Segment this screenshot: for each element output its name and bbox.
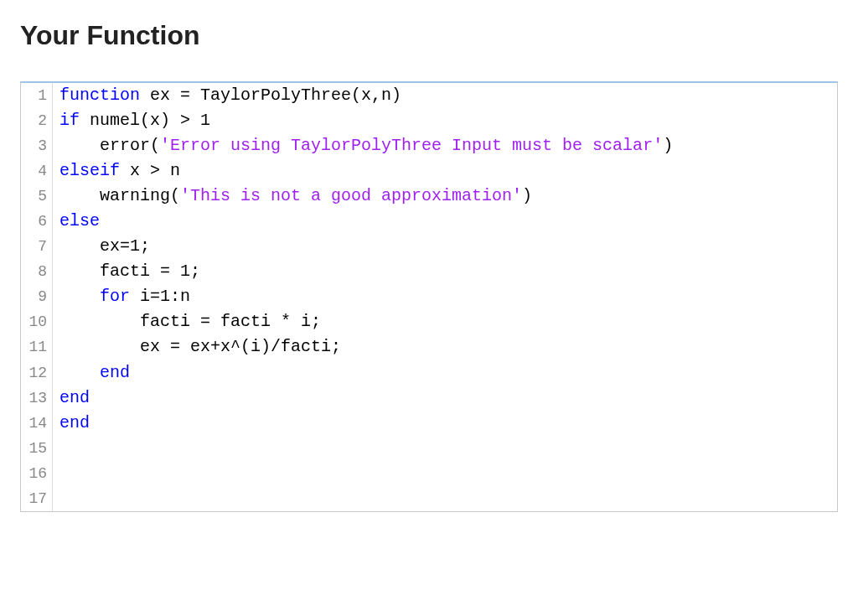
code-line: 3 error('Error using TaylorPolyThree Inp… — [21, 133, 837, 158]
line-number: 16 — [21, 461, 53, 486]
code-content — [53, 486, 70, 511]
token-text: x > n — [120, 161, 180, 180]
line-number: 12 — [21, 360, 53, 386]
token-text — [59, 287, 100, 306]
token-text: facti = 1; — [59, 261, 200, 281]
line-number: 13 — [21, 386, 53, 411]
code-content: ex=1; — [53, 234, 150, 259]
code-line: 17 — [21, 486, 837, 511]
token-text: i=1:n — [130, 287, 190, 306]
token-text: ex = ex+x^(i)/facti; — [59, 337, 341, 356]
token-text: warning( — [59, 186, 180, 205]
line-number: 17 — [21, 486, 53, 511]
token-keyword: elseif — [59, 161, 120, 180]
token-string: 'Error using TaylorPolyThree Input must … — [160, 136, 663, 155]
code-content: warning('This is not a good approximatio… — [53, 184, 532, 209]
token-text — [59, 438, 70, 458]
line-number: 2 — [21, 108, 53, 133]
code-line: 7 ex=1; — [21, 234, 837, 259]
token-text: ex = TaylorPolyThree(x,n) — [140, 85, 401, 105]
line-number: 9 — [21, 284, 53, 309]
line-number: 14 — [21, 411, 53, 436]
code-content: end — [53, 411, 90, 436]
token-keyword: else — [59, 211, 100, 230]
token-string: 'This is not a good approximation' — [180, 186, 522, 205]
token-keyword: end — [100, 363, 130, 382]
token-text: ) — [663, 136, 673, 155]
code-line: 4elseif x > n — [21, 158, 837, 184]
code-content — [53, 461, 70, 486]
code-line: 15 — [21, 436, 837, 461]
code-line: 12 end — [21, 360, 837, 386]
token-text — [59, 489, 70, 508]
token-keyword: end — [59, 388, 90, 407]
token-text — [59, 463, 70, 483]
code-content: end — [53, 386, 90, 411]
token-keyword: for — [100, 287, 130, 306]
code-line: 2if numel(x) > 1 — [21, 108, 837, 133]
line-number: 10 — [21, 309, 53, 334]
line-number: 4 — [21, 158, 53, 184]
token-text: numel(x) > 1 — [80, 111, 210, 130]
code-content: function ex = TaylorPolyThree(x,n) — [53, 83, 401, 108]
code-line: 14end — [21, 411, 837, 436]
code-content: facti = 1; — [53, 259, 200, 284]
code-content: elseif x > n — [53, 158, 180, 184]
code-line: 16 — [21, 461, 837, 486]
token-text: ex=1; — [59, 236, 150, 256]
code-content: end — [53, 360, 130, 386]
token-keyword: end — [59, 413, 90, 432]
code-content: else — [53, 209, 100, 234]
code-line: 11 ex = ex+x^(i)/facti; — [21, 334, 837, 360]
code-line: 9 for i=1:n — [21, 284, 837, 309]
token-keyword: function — [59, 85, 140, 105]
line-number: 6 — [21, 209, 53, 234]
code-content: for i=1:n — [53, 284, 190, 309]
token-text: facti = facti * i; — [59, 312, 321, 331]
code-line: 6else — [21, 209, 837, 234]
code-line: 10 facti = facti * i; — [21, 309, 837, 334]
token-text: ) — [522, 186, 532, 205]
code-content: error('Error using TaylorPolyThree Input… — [53, 133, 673, 158]
code-content: if numel(x) > 1 — [53, 108, 210, 133]
line-number: 8 — [21, 259, 53, 284]
token-text — [59, 363, 100, 382]
line-number: 5 — [21, 184, 53, 209]
code-line: 1function ex = TaylorPolyThree(x,n) — [21, 83, 837, 108]
line-number: 3 — [21, 133, 53, 158]
code-content — [53, 436, 70, 461]
code-block: 1function ex = TaylorPolyThree(x,n)2if n… — [20, 81, 838, 512]
code-line: 13end — [21, 386, 837, 411]
code-line: 5 warning('This is not a good approximat… — [21, 184, 837, 209]
code-line: 8 facti = 1; — [21, 259, 837, 284]
line-number: 1 — [21, 83, 53, 108]
token-text: error( — [59, 136, 160, 155]
line-number: 7 — [21, 234, 53, 259]
line-number: 15 — [21, 436, 53, 461]
page-title: Your Function — [20, 20, 838, 51]
code-content: facti = facti * i; — [53, 309, 321, 334]
token-keyword: if — [59, 111, 80, 130]
line-number: 11 — [21, 334, 53, 360]
code-content: ex = ex+x^(i)/facti; — [53, 334, 341, 360]
